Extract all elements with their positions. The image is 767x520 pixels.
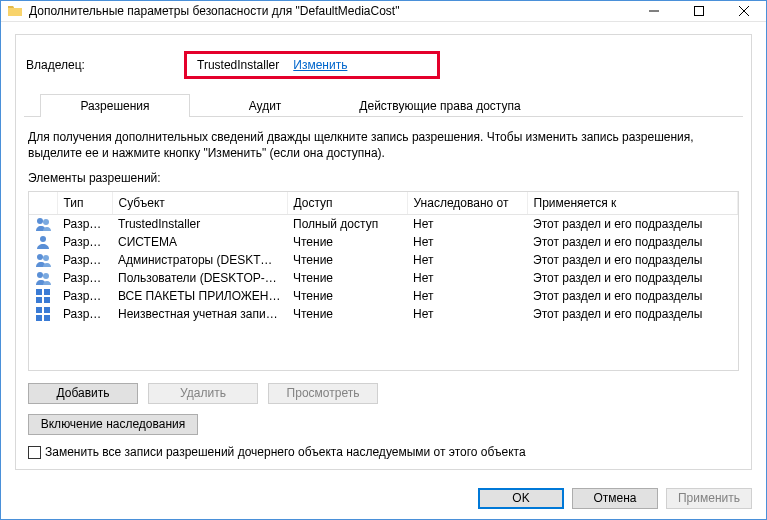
- cell-type: Разр…: [57, 251, 112, 269]
- cancel-button[interactable]: Отмена: [572, 488, 658, 509]
- view-button: Просмотреть: [268, 383, 378, 404]
- cell-subject: Неизвестная учетная запис…: [112, 305, 287, 323]
- col-applies[interactable]: Применяется к: [527, 192, 738, 215]
- row-icon-cell: [29, 233, 57, 251]
- cell-applies: Этот раздел и его подразделы: [527, 251, 738, 269]
- cell-subject: Пользователи (DESKTOP-VN…: [112, 269, 287, 287]
- cell-inherited: Нет: [407, 233, 527, 251]
- tab-audit[interactable]: Аудит: [190, 94, 340, 117]
- cell-applies: Этот раздел и его подразделы: [527, 305, 738, 323]
- cell-access: Чтение: [287, 287, 407, 305]
- row-icon-cell: [29, 269, 57, 287]
- col-subject[interactable]: Субъект: [112, 192, 287, 215]
- table-row[interactable]: Разр…СИСТЕМАЧтениеНетЭтот раздел и его п…: [29, 233, 738, 251]
- table-row[interactable]: Разр…ВСЕ ПАКЕТЫ ПРИЛОЖЕНИЙЧтениеНетЭтот …: [29, 287, 738, 305]
- change-owner-link[interactable]: Изменить: [293, 58, 347, 72]
- row-icon-cell: [29, 305, 57, 323]
- cell-applies: Этот раздел и его подразделы: [527, 215, 738, 234]
- cell-inherited: Нет: [407, 287, 527, 305]
- svg-point-5: [43, 255, 49, 261]
- svg-rect-9: [44, 289, 50, 295]
- table-row[interactable]: Разр…Администраторы (DESKTOP-…ЧтениеНетЭ…: [29, 251, 738, 269]
- cell-applies: Этот раздел и его подразделы: [527, 269, 738, 287]
- owner-value: TrustedInstaller: [197, 58, 279, 72]
- replace-checkbox-label: Заменить все записи разрешений дочернего…: [45, 445, 526, 459]
- cell-access: Чтение: [287, 305, 407, 323]
- owner-label: Владелец:: [24, 58, 184, 72]
- svg-rect-11: [44, 297, 50, 303]
- cell-inherited: Нет: [407, 251, 527, 269]
- col-access[interactable]: Доступ: [287, 192, 407, 215]
- svg-rect-14: [36, 315, 42, 321]
- cell-type: Разр…: [57, 269, 112, 287]
- instruction-text: Для получения дополнительных сведений дв…: [28, 129, 739, 161]
- row-icon-cell: [29, 287, 57, 305]
- svg-rect-10: [36, 297, 42, 303]
- col-inherited[interactable]: Унаследовано от: [407, 192, 527, 215]
- table-row[interactable]: Разр…Пользователи (DESKTOP-VN…ЧтениеНетЭ…: [29, 269, 738, 287]
- svg-rect-15: [44, 315, 50, 321]
- cell-type: Разр…: [57, 215, 112, 234]
- cell-inherited: Нет: [407, 305, 527, 323]
- table-row[interactable]: Разр…Неизвестная учетная запис…ЧтениеНет…: [29, 305, 738, 323]
- highlight-box: TrustedInstaller Изменить: [184, 51, 440, 79]
- folder-icon: [7, 3, 23, 19]
- add-button[interactable]: Добавить: [28, 383, 138, 404]
- minimize-button[interactable]: [631, 1, 676, 21]
- svg-point-1: [37, 218, 43, 224]
- titlebar: Дополнительные параметры безопасности дл…: [1, 1, 766, 22]
- apply-button: Применить: [666, 488, 752, 509]
- window-title: Дополнительные параметры безопасности дл…: [29, 4, 631, 18]
- cell-type: Разр…: [57, 233, 112, 251]
- cell-access: Полный доступ: [287, 215, 407, 234]
- advanced-security-dialog: Дополнительные параметры безопасности дл…: [0, 0, 767, 520]
- replace-checkbox[interactable]: [28, 446, 41, 459]
- svg-point-2: [43, 219, 49, 225]
- cell-subject: ВСЕ ПАКЕТЫ ПРИЛОЖЕНИЙ: [112, 287, 287, 305]
- svg-point-6: [37, 272, 43, 278]
- cell-applies: Этот раздел и его подразделы: [527, 287, 738, 305]
- replace-checkbox-row: Заменить все записи разрешений дочернего…: [28, 445, 739, 459]
- tab-effective-access[interactable]: Действующие права доступа: [340, 94, 540, 117]
- svg-rect-8: [36, 289, 42, 295]
- permissions-table: Тип Субъект Доступ Унаследовано от Приме…: [28, 191, 739, 371]
- footer: OK Отмена Применить: [1, 478, 766, 519]
- owner-row: Владелец: TrustedInstaller Изменить: [24, 51, 743, 79]
- tab-permissions[interactable]: Разрешения: [40, 94, 190, 117]
- elements-label: Элементы разрешений:: [28, 171, 739, 185]
- maximize-button[interactable]: [676, 1, 721, 21]
- cell-type: Разр…: [57, 305, 112, 323]
- svg-point-4: [37, 254, 43, 260]
- cell-inherited: Нет: [407, 215, 527, 234]
- col-type[interactable]: Тип: [57, 192, 112, 215]
- table-header: Тип Субъект Доступ Унаследовано от Приме…: [29, 192, 738, 215]
- row-icon-cell: [29, 251, 57, 269]
- table-row[interactable]: Разр…TrustedInstallerПолный доступНетЭто…: [29, 215, 738, 234]
- cell-access: Чтение: [287, 251, 407, 269]
- svg-point-7: [43, 273, 49, 279]
- remove-button: Удалить: [148, 383, 258, 404]
- row-buttons: Добавить Удалить Просмотреть: [28, 383, 739, 404]
- ok-button[interactable]: OK: [478, 488, 564, 509]
- cell-access: Чтение: [287, 269, 407, 287]
- svg-point-3: [40, 236, 46, 242]
- cell-access: Чтение: [287, 233, 407, 251]
- cell-inherited: Нет: [407, 269, 527, 287]
- svg-rect-0: [694, 6, 703, 15]
- close-button[interactable]: [721, 1, 766, 21]
- cell-subject: СИСТЕМА: [112, 233, 287, 251]
- panel: Владелец: TrustedInstaller Изменить Разр…: [15, 34, 752, 470]
- cell-subject: TrustedInstaller: [112, 215, 287, 234]
- cell-applies: Этот раздел и его подразделы: [527, 233, 738, 251]
- window-controls: [631, 1, 766, 21]
- svg-rect-13: [44, 307, 50, 313]
- row-icon-cell: [29, 215, 57, 234]
- enable-inheritance-button[interactable]: Включение наследования: [28, 414, 198, 435]
- content: Владелец: TrustedInstaller Изменить Разр…: [1, 22, 766, 478]
- cell-subject: Администраторы (DESKTOP-…: [112, 251, 287, 269]
- cell-type: Разр…: [57, 287, 112, 305]
- tabs: Разрешения Аудит Действующие права досту…: [24, 93, 743, 117]
- svg-rect-12: [36, 307, 42, 313]
